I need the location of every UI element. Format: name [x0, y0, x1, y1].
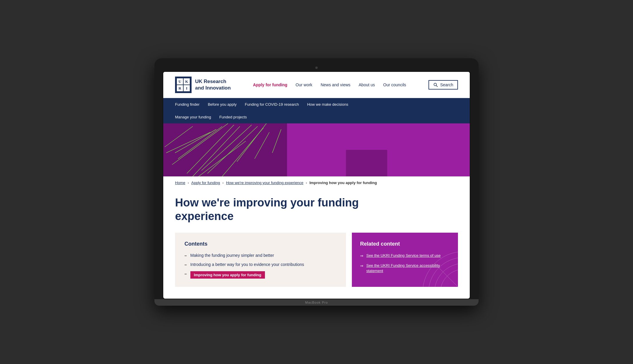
- contents-link-1[interactable]: Making the funding journey simpler and b…: [190, 253, 274, 258]
- related-item-2: ⇒ See the UKRI Funding Service accessibi…: [360, 263, 450, 274]
- svg-line-10: [166, 132, 210, 153]
- svg-line-14: [165, 126, 193, 147]
- laptop-camera: [315, 67, 318, 69]
- hero-banner: [163, 123, 470, 176]
- svg-line-2: [178, 126, 222, 159]
- svg-line-4: [187, 125, 234, 173]
- svg-line-1: [436, 85, 437, 87]
- contents-item-2: – Introducing a better way for you to ev…: [184, 262, 337, 267]
- nav-news-and-views[interactable]: News and views: [321, 82, 350, 87]
- nav-our-councils[interactable]: Our councils: [383, 82, 406, 87]
- svg-line-8: [207, 126, 258, 173]
- svg-line-3: [172, 123, 228, 165]
- site-header: U K R I UK Research and Innovation Apply…: [163, 72, 470, 98]
- sub-nav-funded-projects[interactable]: Funded projects: [219, 111, 253, 123]
- search-label: Search: [440, 82, 453, 87]
- hero-decorative-lines: [163, 123, 287, 176]
- svg-line-12: [199, 141, 246, 176]
- breadcrumb-sep-3: ›: [306, 181, 307, 185]
- svg-line-5: [193, 126, 240, 176]
- breadcrumb: Home › Apply for funding › How we're imp…: [163, 176, 470, 189]
- related-title: Related content: [360, 241, 450, 247]
- page-title: How we're improving your funding experie…: [175, 196, 381, 223]
- logo-k: K: [184, 78, 190, 85]
- contents-item-1: – Making the funding journey simpler and…: [184, 253, 337, 258]
- sub-nav-before-you-apply[interactable]: Before you apply: [208, 98, 243, 111]
- related-box: Related content ⇒ See the UKRI Funding S…: [352, 233, 458, 287]
- svg-line-7: [202, 125, 252, 171]
- related-list: ⇒ See the UKRI Funding Service terms of …: [360, 253, 450, 274]
- laptop-base: MacBook Pro: [154, 299, 479, 306]
- svg-line-11: [237, 123, 266, 162]
- related-arrow-2: ⇒: [360, 264, 363, 268]
- nav-apply-for-funding[interactable]: Apply for funding: [253, 82, 287, 87]
- contents-list: – Making the funding journey simpler and…: [184, 253, 337, 279]
- svg-line-15: [272, 129, 281, 153]
- main-nav: Apply for funding Our work News and view…: [253, 82, 406, 87]
- logo-box: U K R I: [175, 77, 192, 93]
- contents-box: Contents – Making the funding journey si…: [175, 233, 346, 287]
- logo-r: R: [177, 85, 183, 91]
- svg-line-13: [255, 132, 269, 159]
- breadcrumb-sep-1: ›: [188, 181, 189, 185]
- contents-title: Contents: [184, 241, 337, 247]
- breadcrumb-apply[interactable]: Apply for funding: [191, 181, 220, 185]
- sub-nav-how-we-decide[interactable]: How we make decisions: [307, 98, 354, 111]
- contents-dash-1: –: [184, 253, 187, 258]
- contents-link-active[interactable]: Improving how you apply for funding: [190, 271, 265, 279]
- logo-text: UK Research and Innovation: [195, 78, 231, 91]
- sub-nav-funding-finder[interactable]: Funding finder: [175, 98, 205, 111]
- nav-our-work[interactable]: Our work: [296, 82, 312, 87]
- related-link-1[interactable]: See the UKRI Funding Service terms of us…: [366, 253, 441, 258]
- laptop-frame: U K R I UK Research and Innovation Apply…: [154, 58, 479, 305]
- breadcrumb-sep-2: ›: [222, 181, 224, 185]
- contents-dash-3: –: [184, 272, 187, 276]
- page-content: How we're improving your funding experie…: [163, 189, 470, 298]
- search-icon: [433, 82, 438, 87]
- hero-purple-block: [346, 150, 387, 176]
- nav-about-us[interactable]: About us: [359, 82, 375, 87]
- sub-nav-manage-funding[interactable]: Manage your funding: [175, 111, 217, 123]
- sub-nav-covid-funding[interactable]: Funding for COVID-19 research: [245, 98, 305, 111]
- search-button[interactable]: Search: [428, 80, 458, 90]
- contents-dash-2: –: [184, 262, 187, 267]
- logo-i: I: [184, 85, 190, 91]
- contents-link-2[interactable]: Introducing a better way for you to evid…: [190, 262, 304, 267]
- logo-area: U K R I UK Research and Innovation: [175, 77, 231, 93]
- logo-u: U: [177, 78, 183, 85]
- related-arrow-1: ⇒: [360, 254, 363, 258]
- related-item-1: ⇒ See the UKRI Funding Service terms of …: [360, 253, 450, 258]
- laptop-screen: U K R I UK Research and Innovation Apply…: [163, 71, 470, 299]
- laptop-model-label: MacBook Pro: [305, 301, 328, 304]
- contents-item-3: – Improving how you apply for funding: [184, 271, 337, 279]
- sub-nav: Funding finder Before you apply Funding …: [163, 98, 470, 123]
- breadcrumb-improving[interactable]: How we're improving your funding experie…: [226, 181, 304, 185]
- content-grid: Contents – Making the funding journey si…: [175, 233, 458, 287]
- related-link-2[interactable]: See the UKRI Funding Service accessibili…: [366, 263, 450, 274]
- breadcrumb-current: Improving how you apply for funding: [309, 181, 377, 185]
- breadcrumb-home[interactable]: Home: [175, 181, 185, 185]
